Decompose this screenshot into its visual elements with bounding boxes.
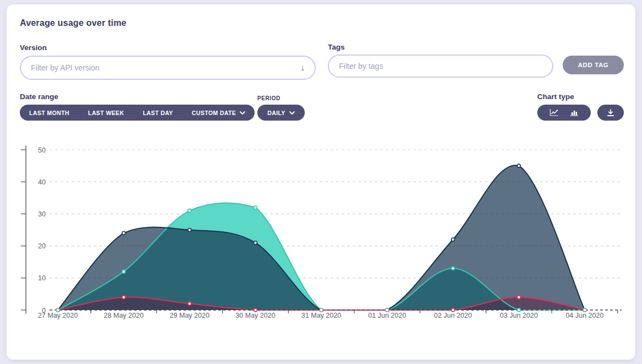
svg-text:03 Jun 2020: 03 Jun 2020 (500, 312, 538, 319)
date-range-option-last-month[interactable]: LAST MONTH (20, 105, 79, 121)
date-range-option-custom-date[interactable]: CUSTOM DATE (182, 105, 255, 121)
version-filter: ↓ (20, 56, 316, 80)
chevron-down-icon (240, 111, 245, 115)
svg-text:27 May 2020: 27 May 2020 (38, 312, 78, 319)
date-range-label: Date range (20, 93, 58, 101)
period-select[interactable]: DAILY (257, 105, 305, 121)
chart-type-group (537, 105, 591, 121)
page-title: Average usage over time (20, 18, 126, 28)
arrow-down-icon[interactable]: ↓ (300, 63, 305, 72)
chevron-down-icon (289, 111, 295, 115)
date-range-option-last-week[interactable]: LAST WEEK (79, 105, 133, 121)
usage-card: Average usage over time Version ↓ Tags A… (7, 4, 635, 360)
period-label: PERIOD (257, 95, 280, 101)
line-chart-icon[interactable] (549, 108, 559, 117)
tags-filter (328, 55, 553, 78)
svg-text:02 Jun 2020: 02 Jun 2020 (434, 312, 472, 319)
date-range-option-last-day[interactable]: LAST DAY (133, 105, 182, 121)
svg-text:10: 10 (38, 274, 46, 282)
svg-text:20: 20 (38, 242, 46, 250)
date-range-option-label: LAST WEEK (88, 110, 124, 116)
svg-text:01 Jun 2020: 01 Jun 2020 (368, 312, 406, 319)
date-range-option-label: CUSTOM DATE (192, 110, 236, 116)
date-range-option-label: LAST MONTH (29, 110, 69, 116)
download-button[interactable] (597, 105, 624, 121)
svg-text:30 May 2020: 30 May 2020 (235, 312, 275, 319)
download-icon (606, 108, 615, 117)
usage-chart-area: 0102030405027 May 202028 May 202029 May … (7, 140, 635, 333)
version-label: Version (20, 44, 47, 52)
version-input[interactable] (31, 63, 296, 72)
add-tag-button[interactable]: ADD TAG (563, 56, 624, 74)
svg-text:31 May 2020: 31 May 2020 (301, 312, 341, 319)
usage-chart: 0102030405027 May 202028 May 202029 May … (7, 140, 635, 333)
chart-type-label: Chart type (537, 93, 574, 101)
tags-label: Tags (328, 43, 345, 51)
bar-chart-icon[interactable] (570, 108, 579, 117)
svg-text:30: 30 (38, 210, 46, 218)
svg-text:28 May 2020: 28 May 2020 (104, 312, 143, 319)
svg-text:50: 50 (38, 146, 46, 154)
svg-text:29 May 2020: 29 May 2020 (170, 312, 209, 319)
tags-input[interactable] (339, 62, 542, 70)
date-range-option-label: LAST DAY (143, 110, 173, 116)
date-range-group: LAST MONTHLAST WEEKLAST DAYCUSTOM DATE (20, 105, 255, 121)
period-value: DAILY (267, 110, 285, 116)
svg-text:04 Jun 2020: 04 Jun 2020 (566, 312, 604, 319)
svg-text:40: 40 (38, 178, 46, 186)
